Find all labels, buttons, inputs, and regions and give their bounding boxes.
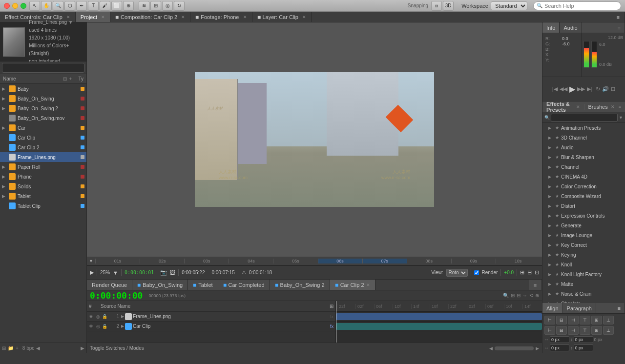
tab-align[interactable]: Align xyxy=(542,303,562,313)
effect-star[interactable]: ★ xyxy=(555,125,559,130)
brush-tool-button[interactable]: 🖌 xyxy=(100,1,110,11)
ram-preview-button[interactable]: ▶ xyxy=(90,269,94,276)
effect-item-keying[interactable]: ▶ ★ Keying xyxy=(542,250,625,260)
magnet-button[interactable]: ⧈ xyxy=(431,1,442,11)
maximize-window-button[interactable] xyxy=(21,3,26,9)
layer-lock-2[interactable]: 🔓 xyxy=(102,324,107,329)
timeline-zoom-out[interactable]: ◀ xyxy=(489,346,493,351)
tab-footage[interactable]: ◼ Footage: Phone ✕ xyxy=(190,12,252,22)
effect-item-blur-sharpen[interactable]: ▶ ★ Blur & Sharpen xyxy=(542,152,625,162)
timeline-tool-5[interactable]: ⊕ xyxy=(535,293,539,298)
align-margin-v-input[interactable] xyxy=(574,344,593,351)
distribute-h-button[interactable]: ⊟ xyxy=(556,326,567,335)
effect-star[interactable]: ★ xyxy=(555,223,559,228)
next-button[interactable]: ▶ xyxy=(81,345,84,351)
render-checkbox[interactable] xyxy=(474,270,479,275)
list-item[interactable]: ▶ Phone xyxy=(0,172,86,182)
tab-car-clip-2[interactable]: ◼ Car Clip 2 ✕ xyxy=(330,280,375,290)
workspace-select[interactable]: Standard xyxy=(491,1,527,10)
effect-item-knoll[interactable]: ▶ ★ Knoll xyxy=(542,260,625,269)
tab-render-queue[interactable]: Render Queue xyxy=(87,280,132,290)
preview-skip-fwd[interactable]: ▶| xyxy=(587,86,592,92)
preview-sound[interactable]: 🔊 xyxy=(602,86,609,92)
effect-star[interactable]: ★ xyxy=(555,262,559,267)
timeline-playhead[interactable] xyxy=(336,301,337,343)
add-comp-icon[interactable]: + xyxy=(16,345,19,351)
motion-sketch-button[interactable]: ≋ xyxy=(139,1,149,11)
effect-item-knoll-light-factory[interactable]: ▶ ★ Knoll Light Factory xyxy=(542,269,625,279)
list-item[interactable]: ▶ Car Clip xyxy=(0,133,86,142)
minimize-window-button[interactable] xyxy=(12,3,18,9)
effect-star[interactable]: ★ xyxy=(555,164,559,169)
effect-item-animation-presets[interactable]: ▶ ★ Animation Presets xyxy=(542,123,625,133)
search-help-input[interactable] xyxy=(544,3,618,9)
effect-item-expression-controls[interactable]: ▶ ★ Expression Controls xyxy=(542,211,625,221)
align-top-button[interactable]: ⊤ xyxy=(580,316,590,324)
layer-collapse-2[interactable]: ▶ xyxy=(121,324,124,328)
render-queue-icon[interactable]: ⊞ xyxy=(2,345,6,351)
preview-loop[interactable]: ↻ xyxy=(596,86,600,92)
preview-step-fwd[interactable]: ▶▶ xyxy=(577,86,585,92)
tab-composition[interactable]: ◼ Composition: Car Clip 2 ✕ xyxy=(110,12,190,22)
effects-search-dropdown[interactable]: ▼ xyxy=(619,115,623,120)
effect-star[interactable]: ★ xyxy=(555,174,559,179)
effects-search-input[interactable] xyxy=(551,114,618,121)
layer-solo-2[interactable]: ◎ xyxy=(96,324,100,329)
effect-item-channel[interactable]: ▶ ★ Channel xyxy=(542,162,625,172)
tab-project-close[interactable]: ✕ xyxy=(101,15,105,20)
tab-composition-close[interactable]: ✕ xyxy=(181,15,185,20)
effects-options[interactable]: ≡ xyxy=(619,104,621,109)
col-add-button[interactable]: + xyxy=(69,76,72,81)
effect-star[interactable]: ★ xyxy=(555,135,559,140)
preview-play[interactable]: ▶ xyxy=(569,84,575,94)
tab-paragraph[interactable]: Paragraph xyxy=(563,303,596,313)
track-bar-1[interactable] xyxy=(336,313,542,320)
effect-item-matte[interactable]: ▶ ★ Matte xyxy=(542,279,625,289)
tab-audio[interactable]: Audio xyxy=(560,22,582,33)
pen-tool-button[interactable]: ✒ xyxy=(76,1,87,11)
rotate-button[interactable]: ↻ xyxy=(174,1,185,11)
tab-layer-close[interactable]: ✕ xyxy=(302,15,306,20)
effect-star[interactable]: ★ xyxy=(555,184,559,189)
list-item[interactable]: ▶ Car xyxy=(0,123,86,133)
text-tool-button[interactable]: T xyxy=(88,1,99,11)
distribute-v-button[interactable]: ⊞ xyxy=(591,326,602,335)
effect-star[interactable]: ★ xyxy=(555,243,559,247)
project-search-input[interactable] xyxy=(2,63,84,73)
align-options[interactable]: ≡ xyxy=(614,303,625,313)
tab-info[interactable]: Info xyxy=(542,22,560,33)
grid-button[interactable]: ⊞ xyxy=(520,269,524,276)
list-item[interactable]: ▶ Baby_On_Swing 2 xyxy=(0,103,86,113)
folder-icon[interactable]: 📁 xyxy=(8,345,14,351)
timeline-search-input[interactable]: 🔍 xyxy=(503,293,509,298)
show-snapshot-button[interactable]: 🖼 xyxy=(170,270,175,276)
guides-button[interactable]: ⊟ xyxy=(527,269,532,276)
effect-star[interactable]: ★ xyxy=(555,194,559,199)
effect-star[interactable]: ★ xyxy=(555,272,559,277)
distribute-top-button[interactable]: ⊤ xyxy=(580,326,590,335)
align-margin-h-input[interactable] xyxy=(550,344,569,351)
shape-tool-button[interactable]: ⬜ xyxy=(111,1,122,11)
layer-effects-2[interactable]: fx xyxy=(330,324,333,329)
orbit-button[interactable]: ◎ xyxy=(162,1,173,11)
toggle-modes-button[interactable]: Toggle Switches / Modes xyxy=(90,345,144,351)
layer-solo-1[interactable]: ◎ xyxy=(96,314,100,319)
effect-star[interactable]: ★ xyxy=(555,252,559,257)
effect-star[interactable]: ★ xyxy=(555,213,559,218)
effect-item-cinema4d[interactable]: ▶ ★ CINEMA 4D xyxy=(542,172,625,182)
brushes-tab[interactable]: Brushes xyxy=(588,104,607,110)
tab-car-clip-2-close[interactable]: ✕ xyxy=(366,283,370,287)
layer-eye-2[interactable]: 👁 xyxy=(89,324,93,329)
timeline-tool-3[interactable]: ↔ xyxy=(522,293,527,298)
align-left-button[interactable]: ⊢ xyxy=(544,316,555,324)
distribute-left-button[interactable]: ⊢ xyxy=(544,326,555,335)
tab-baby-on-swing[interactable]: ◼ Baby_On_Swing xyxy=(132,280,188,290)
align-offset-v-input[interactable] xyxy=(574,336,593,343)
effect-star[interactable]: ★ xyxy=(555,233,559,238)
distribute-right-button[interactable]: ⊣ xyxy=(568,326,579,335)
align-center-v-button[interactable]: ⊞ xyxy=(591,316,602,324)
tab-layer[interactable]: ◼ Layer: Car Clip ✕ xyxy=(252,12,312,22)
tab-car-completed[interactable]: ◼ Car Completed xyxy=(218,280,270,290)
effect-item-distort[interactable]: ▶ ★ Distort xyxy=(542,201,625,211)
prev-button[interactable]: ◀ xyxy=(36,345,40,351)
